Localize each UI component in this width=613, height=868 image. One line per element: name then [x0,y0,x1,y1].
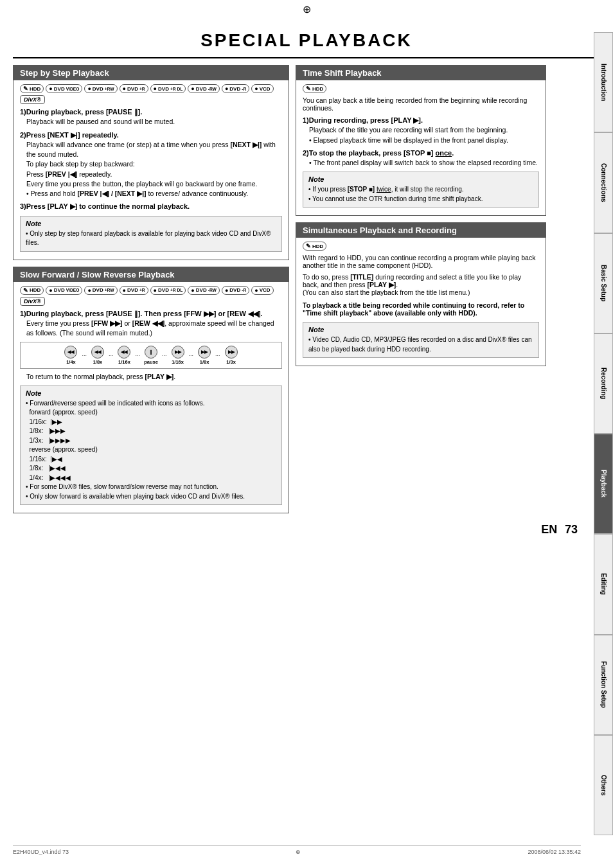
speed-arrow-5: ··· [189,352,194,359]
sidebar-tab-recording[interactable]: Recording [594,333,613,434]
slow-return-note: To return to the normal playback, press … [20,372,282,382]
speed-arrow-3: ··· [135,352,140,359]
step-by-step-header: Step by Step Playback [13,66,289,80]
page-header: SPECIAL PLAYBACK [13,19,600,58]
speed-arrow-6: ··· [215,352,220,359]
step-by-step-content: ✎HDD ●DVDVIDEO ●DVD+RW ●DVD+R ●DVD+R DL … [13,80,289,260]
speed-circle-pause: ‖ [145,346,157,359]
page-title: SPECIAL PLAYBACK [13,30,600,51]
sidebar-tab-others[interactable]: Others [594,735,613,835]
ts-step2-body: • The front panel display will switch ba… [303,158,539,168]
speed-circle-1: ◀◀ [64,346,77,359]
step1-body: Playback will be paused and sound will b… [20,117,282,127]
ts-hdd-badge: ✎HDD [303,84,326,93]
sim-hdd-badge: ✎HDD [303,242,326,251]
slow-step1-body: Every time you press [FFW ▶▶] or [REW ◀◀… [20,319,282,338]
speed-label-5: 1/16x [172,359,184,365]
slow-dvd-minusr-badge: ●DVD-R [222,286,249,295]
speed-label-1: 1/4x [66,359,76,365]
dvd-video-badge: ●DVDVIDEO [46,84,82,93]
slow-step1: 1)During playback, press [PAUSE ‖]. Then… [20,309,282,339]
step1: 1)During playback, press [PAUSE ‖]. Play… [20,107,282,127]
slow-dvd-video-badge: ●DVDVIDEO [46,286,82,295]
divx-badge: DivX® [20,95,45,104]
slow-forward-section: Slow Forward / Slow Reverse Playback ✎HD… [13,267,289,514]
speed-circle-6: ▶▶ [198,346,211,359]
slow-note-title: Note [26,389,276,397]
dvd-plusr-badge: ●DVD+R [120,84,148,93]
sidebar-tab-function-setup[interactable]: Function Setup [594,635,613,735]
ts-step2-title: 2)To stop the playback, press [STOP ■] o… [303,148,539,158]
dvd-minusrw-badge: ●DVD-RW [188,84,220,93]
step-by-step-icon-row: ✎HDD ●DVDVIDEO ●DVD+RW ●DVD+R ●DVD+R DL … [20,84,282,104]
step3: 3)Press [PLAY ▶] to continue the normal … [20,202,282,211]
speed-1-4x-rev: ◀◀ 1/4x [62,346,80,365]
time-shift-intro: You can play back a title being recorded… [303,96,539,112]
speed-label-pause: pause [144,359,158,365]
speed-arrow-4: ··· [162,352,167,359]
note-title-1: Note [26,220,276,227]
page-container: ⊕ SPECIAL PLAYBACK Step by Step Playback… [0,0,613,868]
sim-note-content: • Video CD, Audio CD, MP3/JPEG files rec… [308,335,533,354]
slow-dvd-plusr-badge: ●DVD+R [120,286,148,295]
sidebar: Introduction Connections Basic Setup Rec… [594,32,613,835]
sidebar-tab-connections[interactable]: Connections [594,132,613,233]
sim-icon-row: ✎HDD [303,242,539,251]
left-column: Step by Step Playback ✎HDD ●DVDVIDEO ●DV… [13,65,289,520]
step2-body: Playback will advance one frame (or step… [20,140,282,199]
hdd-badge: ✎HDD [20,84,44,93]
sim-bold-note: To playback a title being recorded while… [303,301,539,317]
dvd-minusr-badge: ●DVD-R [222,84,249,93]
ts-note-title: Note [308,175,533,183]
slow-icon-row: ✎HDD ●DVDVIDEO ●DVD+RW ●DVD+R ●DVD+R DL … [20,286,282,306]
ts-step1-title: 1)During recording, press [PLAY ▶]. [303,116,539,125]
speed-circle-3: ◀◀ [118,346,130,359]
simultaneous-header: Simultaneous Playback and Recording [296,223,546,238]
speed-label-6: 1/8x [200,359,209,365]
vcd-badge: ●VCD [251,84,273,93]
step3-title: 3)Press [PLAY ▶] to continue the normal … [20,202,282,211]
ts-step2: 2)To stop the playback, press [STOP ■] o… [303,148,539,168]
speed-label-2: 1/8x [93,359,103,365]
time-shift-icon-row: ✎HDD [303,84,539,93]
bottom-left-text: E2H40UD_v4.indd 73 [13,849,69,855]
slow-note-content: • Forward/reverse speed will be indicate… [26,399,276,502]
sidebar-tab-editing[interactable]: Editing [594,534,613,634]
page-number-en: EN [541,523,557,536]
speed-circle-2: ◀◀ [91,346,104,359]
sidebar-tab-basic-setup[interactable]: Basic Setup [594,233,613,333]
slow-forward-header: Slow Forward / Slow Reverse Playback [13,267,289,282]
speed-label-3: 1/16x [118,359,130,365]
speed-arrow-1: ··· [82,352,87,359]
bottom-bar: E2H40UD_v4.indd 73 ⊕ 2008/06/02 13:35:42 [13,845,581,855]
sidebar-tab-introduction[interactable]: Introduction [594,32,613,132]
step2: 2)Press [NEXT ▶|] repeatedly. Playback w… [20,130,282,199]
slow-forward-note: Note • Forward/reverse speed will be ind… [20,385,282,506]
step-by-step-section: Step by Step Playback ✎HDD ●DVDVIDEO ●DV… [13,65,289,260]
step2-title: 2)Press [NEXT ▶|] repeatedly. [20,130,282,140]
sim-note-title: Note [308,326,533,333]
simultaneous-content: ✎HDD With regard to HDD, you can continu… [296,238,546,366]
speed-label-7: 1/3x [226,359,236,365]
slow-forward-content: ✎HDD ●DVDVIDEO ●DVD+RW ●DVD+R ●DVD+R DL … [13,282,289,513]
note-content-1: • Only step by step forward playback is … [26,229,276,248]
slow-hdd-badge: ✎HDD [20,286,44,295]
page-number-area: EN 73 [0,520,613,536]
sidebar-tab-playback[interactable]: Playback [594,434,613,534]
slow-dvd-plusrdl-badge: ●DVD+R DL [150,286,186,295]
ts-note-content: • If you press [STOP ■] twice, it will s… [308,185,533,204]
sim-note: Note • Video CD, Audio CD, MP3/JPEG file… [303,322,539,358]
slow-divx-badge: DivX® [20,297,45,306]
ts-step1-body: Playback of the title you are recording … [303,125,539,145]
page-number: 73 [565,523,578,536]
time-shift-header: Time Shift Playback [296,66,546,80]
sim-intro: With regard to HDD, you can continue rec… [303,254,539,269]
speed-circle-5: ▶▶ [172,346,184,359]
dvd-plusrdl-badge: ●DVD+R DL [150,84,186,93]
step-by-step-note: Note • Only step by step forward playbac… [20,216,282,252]
slow-step1-title: 1)During playback, press [PAUSE ‖]. Then… [20,309,282,319]
bottom-center-crosshair: ⊕ [296,849,301,855]
slow-dvd-plusrw-badge: ●DVD+RW [84,286,117,295]
dvd-plusrw-badge: ●DVD+RW [84,84,117,93]
right-column: Time Shift Playback ✎HDD You can play ba… [296,65,546,520]
